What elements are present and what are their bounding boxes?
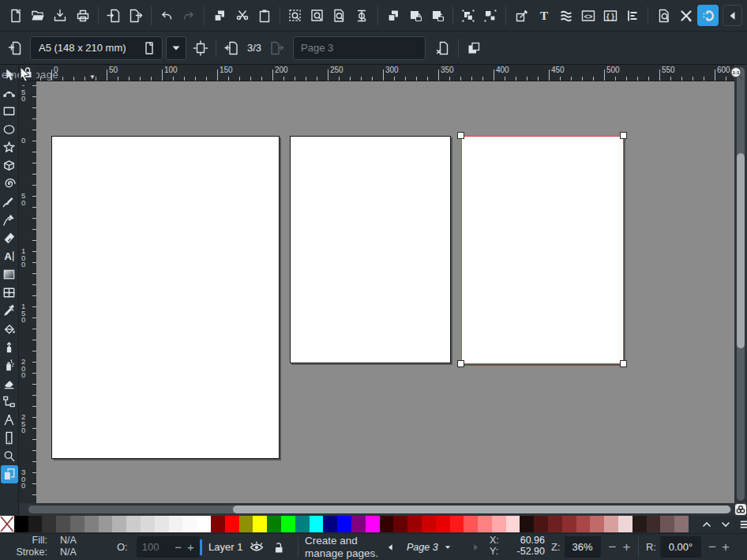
horizontal-ruler[interactable]: 050100150200250300350400450500550600▼: [36, 65, 734, 81]
save-document-button[interactable]: [49, 4, 71, 28]
palette-swatch[interactable]: [281, 516, 295, 532]
tweak-tool[interactable]: [1, 338, 18, 356]
dropper-tool[interactable]: [1, 302, 18, 320]
snapbar-collapse-button[interactable]: [723, 5, 742, 26]
palette-swatch[interactable]: [197, 516, 211, 532]
node-tool[interactable]: [1, 84, 18, 102]
palette-swatch[interactable]: [155, 516, 169, 532]
ungroup-button[interactable]: [479, 4, 501, 28]
zoom-page-button[interactable]: [328, 4, 351, 28]
fit-page-to-drawing-button[interactable]: [190, 36, 212, 60]
rectangle-tool[interactable]: [1, 102, 18, 120]
palette-swatch[interactable]: [436, 516, 450, 532]
palette-swatch[interactable]: [576, 516, 591, 532]
preferences-button[interactable]: [675, 4, 697, 28]
xml-editor-button[interactable]: <>: [577, 4, 599, 28]
zoom-1-1-button[interactable]: 1:1: [729, 66, 745, 85]
palette-swatch[interactable]: [604, 516, 618, 532]
undo-button[interactable]: [156, 4, 178, 28]
box-3d-tool[interactable]: [1, 156, 18, 175]
canvas[interactable]: [36, 81, 734, 503]
duplicate-button[interactable]: [382, 4, 404, 28]
new-document-button[interactable]: [5, 4, 27, 28]
palette-scroll-up-button[interactable]: [698, 517, 715, 532]
page-label-input[interactable]: [293, 36, 426, 60]
import-button[interactable]: [103, 4, 125, 28]
palette-swatch[interactable]: [590, 516, 604, 532]
opacity-decrease-button[interactable]: −: [175, 541, 182, 553]
page-selector-dropdown[interactable]: Page 3: [407, 536, 453, 558]
measure-tool[interactable]: [1, 411, 18, 429]
palette-swatch[interactable]: [562, 516, 576, 532]
statusbar-next-page-button[interactable]: [469, 536, 482, 558]
layers-dialog-button[interactable]: [555, 4, 577, 28]
palette-swatch[interactable]: [534, 516, 548, 532]
palette-swatch[interactable]: [56, 516, 70, 532]
palette-swatch[interactable]: [407, 516, 422, 532]
calligraphy-tool[interactable]: [1, 229, 18, 247]
next-page-button[interactable]: [266, 36, 288, 60]
create-clone-button[interactable]: [404, 4, 426, 28]
orientation-dropdown-button[interactable]: [166, 36, 186, 60]
pages-tool[interactable]: [1, 465, 18, 483]
page-frame-tool[interactable]: [1, 429, 18, 447]
horizontal-scrollbar-thumb[interactable]: [233, 506, 730, 513]
palette-swatch[interactable]: [337, 516, 351, 532]
zoom-decrease-button[interactable]: −: [609, 540, 617, 554]
fill-stroke-dialog-button[interactable]: [510, 4, 532, 28]
fill-stroke-indicator[interactable]: Fill: N/A Stroke: N/A: [6, 535, 98, 558]
palette-swatch[interactable]: [169, 516, 183, 532]
palette-swatch[interactable]: [351, 516, 366, 532]
zoom-selection-button[interactable]: [284, 4, 306, 28]
palette-swatch[interactable]: [380, 516, 394, 532]
palette-swatch[interactable]: [295, 516, 310, 532]
palette-swatch[interactable]: [548, 516, 562, 532]
palette-swatch[interactable]: [70, 516, 84, 532]
paint-bucket-tool[interactable]: [1, 320, 18, 338]
palette-swatch[interactable]: [323, 516, 337, 532]
palette-swatch[interactable]: [422, 516, 436, 532]
unlink-clone-button[interactable]: [426, 4, 449, 28]
delete-page-button[interactable]: [432, 36, 454, 60]
palette-swatch[interactable]: [464, 516, 478, 532]
spiral-tool[interactable]: [1, 175, 18, 193]
palette-swatch[interactable]: [618, 516, 633, 532]
opacity-increase-button[interactable]: +: [187, 541, 194, 553]
rotation-field[interactable]: 0.00°: [660, 536, 701, 558]
vertical-ruler[interactable]: -50050100150200250300: [19, 81, 36, 503]
palette-menu-button[interactable]: [736, 517, 747, 532]
palette-swatch[interactable]: [28, 516, 43, 532]
connector-tool[interactable]: [1, 393, 18, 411]
selection-handle[interactable]: [620, 132, 627, 139]
palette-swatch[interactable]: [126, 516, 141, 532]
palette-swatch[interactable]: [211, 516, 225, 532]
layer-visibility-eye-icon[interactable]: [249, 539, 265, 555]
palette-swatch[interactable]: [14, 516, 28, 532]
gradient-tool[interactable]: [1, 265, 18, 284]
opacity-field[interactable]: 100 − +: [137, 536, 200, 558]
palette-swatch[interactable]: [141, 516, 155, 532]
previous-page-button[interactable]: [220, 36, 242, 60]
palette-swatch[interactable]: [267, 516, 281, 532]
spray-tool[interactable]: [1, 356, 18, 374]
palette-swatch[interactable]: [393, 516, 407, 532]
paste-button[interactable]: [253, 4, 276, 28]
vertical-scrollbar-thumb[interactable]: [737, 153, 745, 348]
export-button[interactable]: [125, 4, 147, 28]
rotation-increase-button[interactable]: +: [722, 540, 730, 554]
rotation-decrease-button[interactable]: −: [708, 540, 716, 554]
palette-swatch-none[interactable]: [0, 516, 14, 532]
zoom-page-width-button[interactable]: [351, 4, 373, 28]
page-format-combobox[interactable]: A5 (148 x 210 mm): [30, 36, 163, 60]
star-tool[interactable]: [1, 138, 18, 156]
move-objects-with-page-button[interactable]: [463, 36, 485, 60]
palette-scroll-down-button[interactable]: [717, 517, 734, 532]
pen-tool[interactable]: [1, 211, 18, 229]
horizontal-scrollbar[interactable]: [19, 503, 734, 516]
palette-swatch[interactable]: [225, 516, 239, 532]
palette-swatch[interactable]: [478, 516, 492, 532]
palette-swatch[interactable]: [182, 516, 197, 532]
print-button[interactable]: [72, 4, 94, 28]
palette-swatch[interactable]: [42, 516, 56, 532]
palette-swatch[interactable]: [99, 516, 113, 532]
